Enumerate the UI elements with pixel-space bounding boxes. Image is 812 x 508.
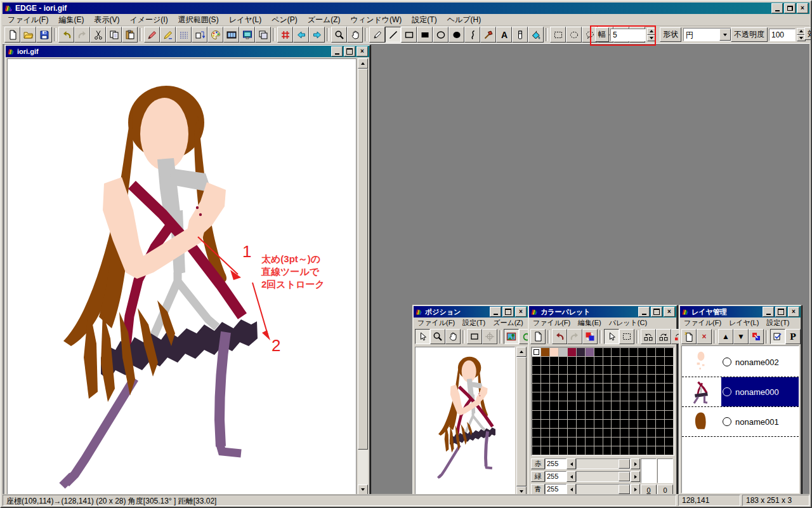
palette-cell-164[interactable] — [568, 438, 576, 446]
palette-cell-124[interactable] — [638, 411, 646, 419]
palette-cell-102[interactable] — [586, 401, 594, 410]
palette-cell-156[interactable] — [638, 429, 646, 437]
palette-cell-61[interactable] — [647, 375, 655, 383]
open-folder-icon[interactable] — [20, 27, 36, 43]
redo-icon[interactable] — [74, 27, 90, 43]
bg-index-button[interactable]: 0 — [657, 485, 673, 494]
palette-cell-5[interactable] — [577, 348, 585, 356]
palette-cell-119[interactable] — [594, 411, 603, 419]
green-decrease-button[interactable] — [566, 471, 576, 482]
menu-item-1[interactable]: 設定(T) — [459, 318, 489, 328]
palette-cell-173[interactable] — [647, 438, 655, 446]
palette-cell-18[interactable] — [550, 357, 558, 365]
palette-cell-105[interactable] — [612, 401, 620, 410]
select-rect-icon[interactable] — [550, 27, 566, 43]
foreground-color-swatch[interactable] — [641, 458, 657, 483]
palette-cell-89[interactable] — [612, 392, 620, 401]
palette-maximize-button[interactable] — [651, 307, 662, 317]
palette-cell-65[interactable] — [541, 384, 549, 392]
shift-left-icon[interactable] — [641, 329, 656, 344]
palette-cell-40[interactable] — [603, 366, 612, 374]
palette-cell-157[interactable] — [647, 429, 655, 437]
palette-cell-187[interactable] — [629, 446, 638, 455]
palette-cell-143[interactable] — [665, 420, 673, 428]
palette-cell-37[interactable] — [577, 366, 585, 374]
grid-icon[interactable] — [277, 27, 293, 43]
red-slider[interactable] — [576, 458, 631, 469]
palette-cell-43[interactable] — [629, 366, 638, 374]
palette-cell-152[interactable] — [603, 429, 612, 437]
move-pen-icon[interactable] — [160, 27, 176, 43]
width-spinner[interactable] — [647, 28, 656, 41]
menu-item-6[interactable]: ペン(P) — [266, 14, 303, 26]
palette-cell-1[interactable] — [541, 348, 549, 356]
preview-image-icon[interactable] — [504, 329, 519, 344]
palette-cell-54[interactable] — [586, 375, 594, 383]
menu-item-2[interactable]: 設定(T) — [763, 318, 793, 328]
text-tool-icon[interactable]: A — [496, 27, 512, 43]
menu-item-10[interactable]: ヘルプ(H) — [442, 14, 487, 26]
palette-cell-138[interactable] — [620, 420, 629, 428]
palette-cell-167[interactable] — [594, 438, 603, 446]
palette-cell-109[interactable] — [647, 401, 655, 410]
background-color-swatch[interactable] — [657, 458, 673, 483]
palette-cell-46[interactable] — [656, 366, 664, 374]
scroll-up-icon[interactable] — [358, 58, 368, 69]
palette-cell-184[interactable] — [603, 446, 612, 455]
menu-item-5[interactable]: レイヤ(L) — [224, 14, 267, 26]
menu-item-3[interactable]: イメージ(I) — [124, 14, 173, 26]
palette-cell-26[interactable] — [620, 357, 629, 365]
palette-cell-140[interactable] — [638, 420, 646, 428]
palette-cell-6[interactable] — [586, 348, 594, 356]
palette-cell-90[interactable] — [620, 392, 629, 401]
position-vscrollbar[interactable] — [516, 347, 527, 494]
swap-colors-icon[interactable] — [582, 329, 598, 344]
position-titlebar[interactable]: ポジション × — [414, 306, 528, 318]
palette-cell-153[interactable] — [612, 429, 620, 437]
palette-cell-68[interactable] — [568, 384, 576, 392]
palette-cell-56[interactable] — [603, 375, 612, 383]
palette-cell-58[interactable] — [620, 375, 629, 383]
bucket-tool-icon[interactable] — [528, 27, 544, 43]
palette-cell-158[interactable] — [656, 429, 664, 437]
palette-cell-70[interactable] — [586, 384, 594, 392]
menu-item-4[interactable]: 選択範囲(S) — [173, 14, 224, 26]
palette-cell-131[interactable] — [559, 420, 567, 428]
rect-tool-icon[interactable] — [401, 27, 417, 43]
palette-cell-142[interactable] — [656, 420, 664, 428]
eraser-tool-icon[interactable] — [512, 27, 528, 43]
menu-item-0[interactable]: ファイル(F) — [680, 318, 725, 328]
zoom-tool-icon[interactable] — [430, 329, 445, 344]
palette-cell-22[interactable] — [586, 357, 594, 365]
palette-cell-8[interactable] — [603, 348, 612, 356]
palette-cell-185[interactable] — [612, 446, 620, 455]
cursor-icon[interactable] — [604, 329, 619, 344]
palette-cell-180[interactable] — [568, 446, 576, 455]
crosshair-icon[interactable] — [482, 329, 497, 344]
palette-cell-77[interactable] — [647, 384, 655, 392]
palette-cell-115[interactable] — [559, 411, 567, 419]
palette-cell-36[interactable] — [568, 366, 576, 374]
palette-cell-41[interactable] — [612, 366, 620, 374]
menu-item-2[interactable]: ズーム(Z) — [489, 318, 527, 328]
palette-cell-121[interactable] — [612, 411, 620, 419]
canvas-image[interactable]: 1 2 太め(3pt～)の 直線ツールで 2回ストローク — [7, 58, 357, 494]
palette-cell-127[interactable] — [665, 411, 673, 419]
palette-cell-52[interactable] — [568, 375, 576, 383]
palette-cell-104[interactable] — [603, 401, 612, 410]
palette-cell-182[interactable] — [586, 446, 594, 455]
layer-row-noname002[interactable]: noname002 — [682, 347, 799, 377]
canvas-vscrollbar[interactable] — [358, 58, 368, 494]
duplicate-view-icon[interactable] — [255, 27, 271, 43]
palette-cell-159[interactable] — [665, 429, 673, 437]
palette-cell-72[interactable] — [603, 384, 612, 392]
width-input[interactable]: 5 — [610, 29, 646, 41]
palette-cell-17[interactable] — [541, 357, 549, 365]
palette-cell-145[interactable] — [541, 429, 549, 437]
palette-cell-91[interactable] — [629, 392, 638, 401]
palette-cell-146[interactable] — [550, 429, 558, 437]
palette-cell-111[interactable] — [665, 401, 673, 410]
new-file-icon[interactable] — [4, 27, 20, 43]
canvas-maximize-button[interactable] — [344, 46, 355, 57]
palette-cell-16[interactable] — [532, 357, 540, 365]
